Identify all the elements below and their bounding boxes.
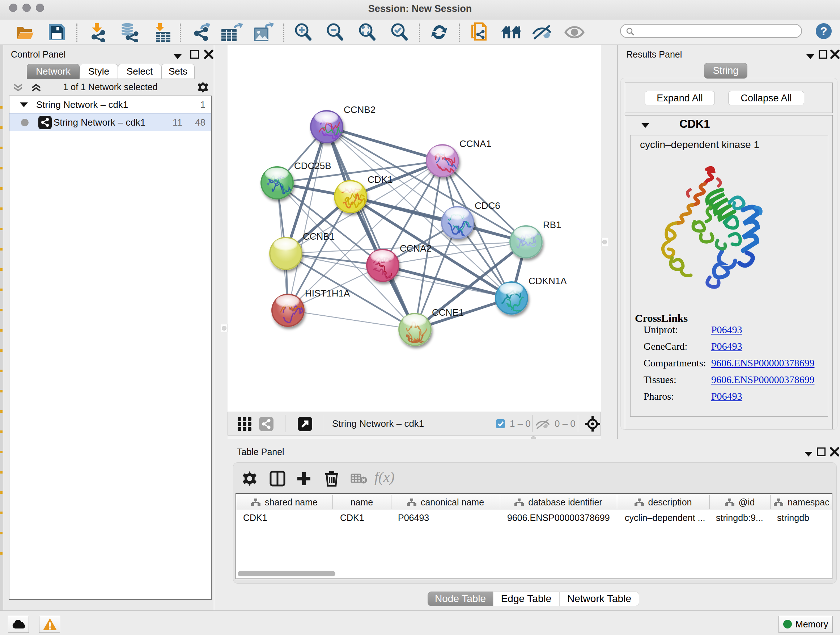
svg-text:CCNA2: CCNA2 [400,243,431,254]
svg-text:HIST1H1A: HIST1H1A [305,288,350,299]
svg-text:CDC25B: CDC25B [294,160,332,171]
svg-text:CDKN1A: CDKN1A [529,276,567,287]
svg-text:CDC6: CDC6 [475,200,500,211]
svg-text:CDK1: CDK1 [368,174,393,185]
svg-text:?: ? [820,25,827,38]
svg-text:CCNB1: CCNB1 [303,231,335,242]
svg-text:CCNE1: CCNE1 [432,307,464,318]
svg-text:RB1: RB1 [543,219,561,230]
svg-text:CCNA1: CCNA1 [459,138,491,149]
svg-text:CCNB2: CCNB2 [344,104,376,115]
